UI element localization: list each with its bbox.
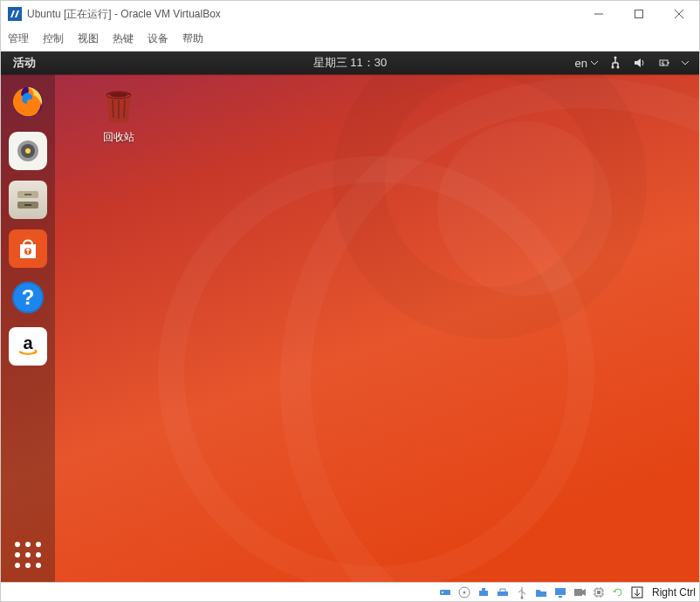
status-mouse-integration-icon[interactable] bbox=[629, 585, 645, 600]
maximize-button[interactable] bbox=[619, 1, 659, 27]
status-net-icon[interactable] bbox=[476, 585, 491, 600]
minimize-button[interactable] bbox=[579, 1, 619, 27]
svg-rect-39 bbox=[597, 591, 600, 594]
system-menu-arrow-icon[interactable] bbox=[682, 59, 689, 66]
show-applications-button[interactable] bbox=[15, 542, 41, 568]
svg-rect-9 bbox=[668, 62, 669, 64]
svg-rect-37 bbox=[574, 589, 582, 596]
activities-button[interactable]: 活动 bbox=[1, 55, 48, 71]
battery-icon[interactable] bbox=[657, 56, 671, 70]
svg-rect-31 bbox=[479, 591, 488, 596]
svg-point-34 bbox=[520, 596, 523, 599]
host-titlebar: Ubuntu [正在运行] - Oracle VM VirtualBox bbox=[1, 1, 699, 27]
dock-amazon[interactable]: a bbox=[9, 327, 47, 366]
menu-help[interactable]: 帮助 bbox=[182, 31, 203, 46]
language-indicator[interactable]: en bbox=[575, 57, 598, 70]
status-record-icon[interactable] bbox=[572, 585, 587, 600]
host-title: Ubuntu [正在运行] - Oracle VM VirtualBox bbox=[27, 7, 579, 22]
status-hdd-icon[interactable] bbox=[437, 585, 453, 600]
status-display-icon[interactable] bbox=[552, 585, 568, 600]
svg-rect-27 bbox=[440, 590, 450, 595]
svg-point-28 bbox=[442, 592, 443, 593]
virtualbox-icon bbox=[8, 7, 22, 21]
svg-rect-32 bbox=[482, 588, 485, 591]
virtualbox-statusbar: Right Ctrl bbox=[1, 582, 699, 601]
help-icon: ? bbox=[10, 280, 45, 315]
desktop-trash[interactable]: 回收站 bbox=[88, 86, 149, 145]
speaker-icon bbox=[12, 135, 44, 167]
svg-rect-33 bbox=[498, 592, 508, 596]
trash-icon bbox=[99, 86, 139, 127]
svg-rect-2 bbox=[635, 10, 643, 18]
svg-point-30 bbox=[463, 591, 465, 593]
menu-control[interactable]: 控制 bbox=[43, 31, 64, 46]
volume-icon[interactable] bbox=[633, 56, 647, 70]
firefox-icon bbox=[10, 85, 45, 120]
status-cpu-icon[interactable] bbox=[591, 585, 607, 600]
svg-rect-17 bbox=[24, 194, 31, 195]
dock-software[interactable] bbox=[9, 229, 47, 268]
dock-firefox[interactable] bbox=[9, 83, 47, 121]
ubuntu-topbar: 活动 星期三 11：30 en bbox=[1, 51, 699, 74]
status-update-icon[interactable] bbox=[610, 585, 626, 600]
shopping-bag-icon bbox=[15, 236, 41, 262]
host-menubar: 管理 控制 视图 热键 设备 帮助 bbox=[1, 27, 699, 51]
svg-text:a: a bbox=[23, 333, 33, 352]
file-cabinet-icon bbox=[12, 184, 44, 215]
dock-help[interactable]: ? bbox=[9, 278, 47, 317]
trash-label: 回收站 bbox=[103, 130, 134, 145]
svg-point-26 bbox=[110, 93, 127, 98]
dock-files[interactable] bbox=[9, 181, 47, 219]
close-button[interactable] bbox=[659, 1, 699, 27]
host-key-label: Right Ctrl bbox=[652, 586, 696, 599]
ubuntu-dock: ? a bbox=[1, 74, 55, 582]
svg-rect-18 bbox=[24, 204, 31, 206]
dock-rhythmbox[interactable] bbox=[9, 132, 47, 170]
svg-point-6 bbox=[612, 66, 614, 69]
svg-rect-35 bbox=[555, 588, 566, 595]
status-shared-folder-icon[interactable] bbox=[533, 585, 549, 600]
menu-hotkeys[interactable]: 热键 bbox=[113, 31, 134, 46]
status-net2-icon[interactable] bbox=[495, 585, 511, 600]
virtualbox-window: Ubuntu [正在运行] - Oracle VM VirtualBox 管理 … bbox=[0, 0, 700, 602]
svg-text:?: ? bbox=[22, 285, 35, 309]
svg-point-7 bbox=[617, 66, 620, 69]
svg-rect-0 bbox=[8, 7, 22, 21]
menu-view[interactable]: 视图 bbox=[78, 31, 99, 46]
svg-rect-36 bbox=[559, 596, 562, 598]
menu-devices[interactable]: 设备 bbox=[148, 31, 168, 46]
svg-point-5 bbox=[614, 57, 617, 59]
svg-point-14 bbox=[25, 148, 31, 154]
amazon-icon: a bbox=[12, 331, 44, 362]
network-icon[interactable] bbox=[608, 56, 622, 70]
chevron-down-icon bbox=[591, 59, 598, 66]
menu-manage[interactable]: 管理 bbox=[8, 31, 29, 46]
guest-display: 活动 星期三 11：30 en bbox=[1, 51, 699, 582]
status-usb-icon[interactable] bbox=[514, 585, 530, 600]
status-cd-icon[interactable] bbox=[456, 585, 472, 600]
